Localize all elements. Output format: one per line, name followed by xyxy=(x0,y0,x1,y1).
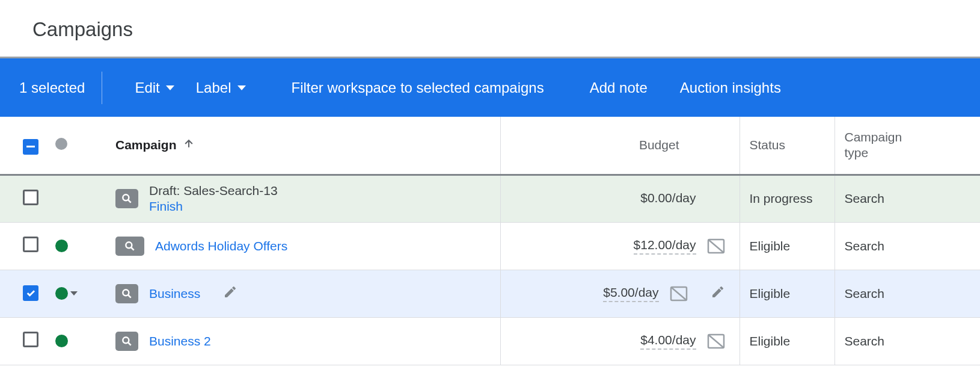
row-checkbox[interactable] xyxy=(23,237,38,252)
campaign-type-icon xyxy=(115,189,138,208)
status-indicator[interactable] xyxy=(55,240,115,252)
table-row: Business $5.00/day Eligible Search xyxy=(0,270,980,317)
filter-workspace-button[interactable]: Filter workspace to selected campaigns xyxy=(281,79,555,96)
budget-value[interactable]: $5.00/day xyxy=(603,285,658,302)
chart-disabled-icon[interactable] xyxy=(707,333,725,349)
campaign-draft-name: Draft: Sales-Search-13 xyxy=(149,184,278,198)
row-checkbox[interactable] xyxy=(23,190,38,205)
chart-disabled-icon[interactable] xyxy=(707,238,725,254)
label-menu-button[interactable]: Label xyxy=(185,79,257,96)
type-cell: Search xyxy=(835,317,980,365)
status-indicator[interactable] xyxy=(55,335,115,347)
budget-value[interactable]: $4.00/day xyxy=(640,333,696,350)
select-all-checkbox[interactable] xyxy=(23,139,38,155)
campaign-name-link[interactable]: Business xyxy=(149,286,200,301)
auction-insights-button[interactable]: Auction insights xyxy=(669,79,792,96)
svg-point-6 xyxy=(123,337,129,343)
edit-menu-label: Edit xyxy=(135,79,159,96)
status-column-header[interactable]: Status xyxy=(740,117,835,175)
status-cell: Eligible xyxy=(740,222,835,270)
table-row: Business 2 $4.00/day Eligible Search xyxy=(0,317,980,365)
type-cell: Search xyxy=(835,175,980,222)
status-dot-icon xyxy=(55,335,68,347)
table-row: Draft: Sales-Search-13 Finish $0.00/day xyxy=(0,175,980,222)
status-cell: Eligible xyxy=(740,270,835,317)
sort-ascending-icon xyxy=(183,138,195,153)
status-cell: In progress xyxy=(740,175,835,222)
campaigns-table: Campaign Budget Status Campaign type xyxy=(0,117,980,365)
campaign-name-link[interactable]: Adwords Holiday Offers xyxy=(155,239,287,253)
type-column-header[interactable]: Campaign type xyxy=(835,117,980,175)
selection-toolbar: 1 selected Edit Label Filter workspace t… xyxy=(0,57,980,117)
budget-value[interactable]: $0.00/day xyxy=(640,191,696,206)
svg-point-2 xyxy=(126,242,132,248)
type-cell: Search xyxy=(835,270,980,317)
campaign-name-link[interactable]: Business 2 xyxy=(149,334,211,348)
edit-budget-icon[interactable] xyxy=(711,285,725,302)
type-header-line2: type xyxy=(845,145,981,161)
status-dot-header-icon[interactable] xyxy=(55,138,67,150)
table-row: Adwords Holiday Offers $12.00/day Eligib… xyxy=(0,222,980,270)
campaign-type-icon xyxy=(115,237,144,256)
svg-point-0 xyxy=(123,194,129,200)
campaign-type-icon xyxy=(115,332,138,351)
svg-point-4 xyxy=(123,290,129,296)
status-indicator[interactable] xyxy=(55,287,115,300)
chart-disabled-icon[interactable] xyxy=(670,286,688,302)
campaign-type-icon xyxy=(115,284,138,303)
row-checkbox[interactable] xyxy=(23,332,38,347)
type-cell: Search xyxy=(835,222,980,270)
edit-menu-button[interactable]: Edit xyxy=(124,79,185,96)
budget-value[interactable]: $12.00/day xyxy=(634,238,696,255)
page-title: Campaigns xyxy=(0,0,980,57)
type-header-line1: Campaign xyxy=(845,129,981,145)
status-dot-icon xyxy=(55,240,68,252)
chevron-down-icon xyxy=(70,291,78,296)
budget-column-header[interactable]: Budget xyxy=(500,117,740,175)
label-menu-label: Label xyxy=(196,79,231,96)
add-note-button[interactable]: Add note xyxy=(579,79,658,96)
status-dot-icon xyxy=(55,287,68,300)
campaign-column-header[interactable]: Campaign xyxy=(115,138,500,153)
toolbar-divider xyxy=(102,72,102,104)
status-cell: Eligible xyxy=(740,317,835,365)
campaign-header-label: Campaign xyxy=(115,138,177,152)
row-checkbox[interactable] xyxy=(23,285,38,301)
table-header-row: Campaign Budget Status Campaign type xyxy=(0,117,980,175)
finish-link[interactable]: Finish xyxy=(149,199,278,214)
edit-icon[interactable] xyxy=(223,285,237,302)
selection-count: 1 selected xyxy=(19,79,102,96)
